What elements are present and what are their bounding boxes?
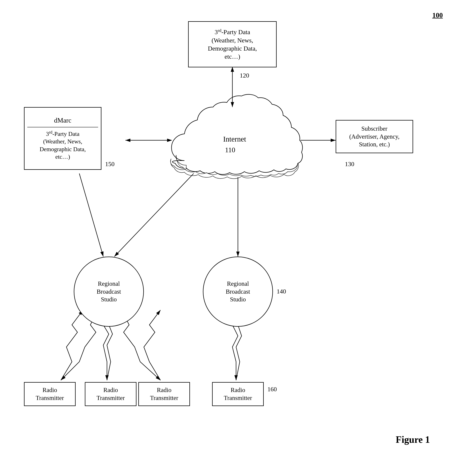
label-140: 140 [277, 288, 286, 295]
figure-number: 100 [432, 11, 443, 19]
radio-transmitter-1-box: RadioTransmitter [24, 382, 76, 406]
internet-label: Internet [223, 135, 246, 143]
label-160: 160 [268, 386, 277, 393]
radio-transmitter-4-box: RadioTransmitter [212, 382, 264, 406]
svg-line-10 [79, 173, 103, 257]
radio4-label: RadioTransmitter [224, 386, 252, 402]
label-150: 150 [105, 161, 114, 168]
label-120: 120 [240, 72, 249, 79]
third-party-top-label: 3rd-Party Data (Weather, News, Demograph… [208, 28, 257, 61]
radio2-label: RadioTransmitter [97, 386, 125, 402]
subscriber-label: Subscriber (Advertiser, Agency, Station,… [349, 125, 399, 149]
label-110: 110 [225, 146, 235, 154]
radio-transmitter-3-box: RadioTransmitter [138, 382, 190, 406]
rbs1-circle: RegionalBroadcastStudio [74, 257, 144, 327]
diagram: 100 3rd-Party Data (Weather, News, Demog… [0, 0, 476, 469]
radio-transmitter-2-box: RadioTransmitter [85, 382, 136, 406]
rbs1-label: RegionalBroadcastStudio [97, 280, 121, 304]
rbs2-label: RegionalBroadcastStudio [226, 280, 250, 304]
rbs2-circle: RegionalBroadcastStudio [203, 257, 273, 327]
subscriber-box: Subscriber (Advertiser, Agency, Station,… [336, 120, 413, 153]
label-130: 130 [345, 161, 354, 168]
third-party-data-top-box: 3rd-Party Data (Weather, News, Demograph… [188, 21, 277, 67]
svg-line-11 [114, 173, 194, 257]
radio1-label: RadioTransmitter [36, 386, 64, 402]
dmarc-box: dMarc 3rd-Party Data (Weather, News, Dem… [24, 107, 101, 170]
radio3-label: RadioTransmitter [150, 386, 178, 402]
figure-1-label: Figure 1 [396, 434, 430, 445]
